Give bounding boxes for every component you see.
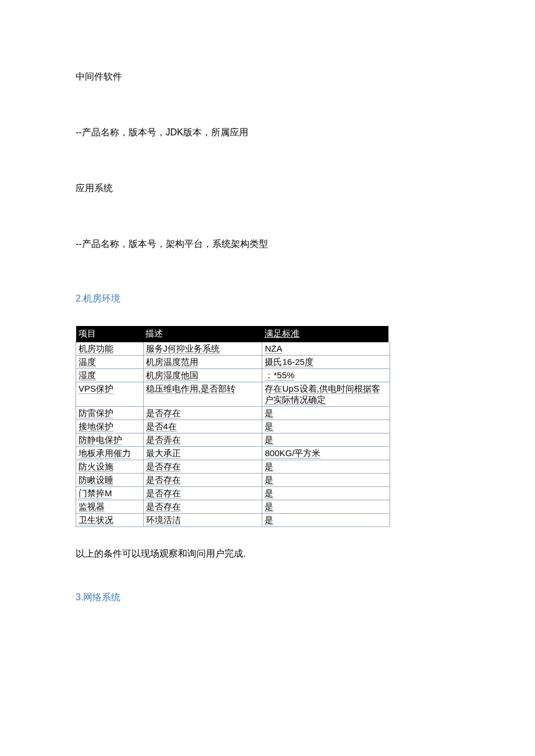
table-row: 监视器 是否存在 是	[76, 500, 390, 514]
table-header-row: 项目 描述 满足标准	[76, 326, 390, 342]
table-row: 温度 机房温度范用 摄氏16-25度	[76, 356, 390, 369]
cell-standard: 是	[262, 474, 390, 487]
table-row: 门禁捽M 是否存在 是	[76, 487, 390, 500]
cell-item: 监视器	[76, 500, 144, 514]
table-header-item: 项目	[76, 326, 144, 342]
cell-desc: 最大承正	[143, 447, 262, 460]
cell-standard: NZA	[262, 342, 390, 356]
cell-item: 门禁捽M	[76, 487, 144, 500]
cell-desc: 是否弄在	[143, 433, 262, 447]
paragraph-appsystem-detail: --产品名称，版本号，架构平台，系统架构类型	[76, 237, 459, 251]
cell-standard: 是	[262, 420, 390, 433]
cell-item: VPS保护	[76, 382, 144, 407]
cell-desc: 环境活洁	[143, 514, 262, 527]
table-row: 防火设施 是否存在 是	[76, 460, 390, 474]
cell-item: 防静电保护	[76, 433, 144, 447]
cell-item: 接地保护	[76, 420, 144, 433]
cell-desc: 是否存在	[143, 500, 262, 514]
cell-standard: 是	[262, 460, 390, 474]
cell-desc: 机房温度范用	[143, 356, 262, 369]
cell-standard: 是	[262, 500, 390, 514]
section-heading-network: 3.网络系统	[76, 592, 459, 604]
table-row: 接地保护 是否4在 是	[76, 420, 390, 433]
table-row: VPS保护 稳压维电作用,是否部转 存在UpS设着,供电时间根据客户实际情况确定	[76, 382, 390, 407]
table-row: 卫生状况 环境活洁 是	[76, 514, 390, 527]
table-row: 湿度 机房湿度他国 ：*55%	[76, 369, 390, 382]
paragraph-middleware: 中间件软件	[76, 70, 459, 84]
table-row: 机房功能 服务J何抑业务系统 NZA	[76, 342, 390, 356]
cell-desc: 是否存在	[143, 474, 262, 487]
cell-item: 卫生状况	[76, 514, 144, 527]
paragraph-note: 以上的条件可以现场观察和询问用户完成.	[76, 548, 459, 560]
table-header-standard: 满足标准	[262, 326, 390, 342]
table-row: 防静电保护 是否弄在 是	[76, 433, 390, 447]
cell-standard: 摄氏16-25度	[262, 356, 390, 369]
cell-desc: 是否存在	[143, 460, 262, 474]
cell-standard: 存在UpS设着,供电时间根据客户实际情况确定	[262, 382, 390, 407]
table-header-desc: 描述	[143, 326, 262, 342]
cell-item: 地板承用催力	[76, 447, 144, 460]
paragraph-middleware-detail: --产品名称，版本号，JDK版本，所属应用	[76, 126, 459, 139]
cell-standard: 是	[262, 514, 390, 527]
cell-desc: 是否4在	[143, 420, 262, 433]
cell-standard: 是	[262, 407, 390, 420]
cell-item: 防瞅设睡	[76, 474, 144, 487]
cell-item: 机房功能	[76, 342, 144, 356]
document-page: 中间件软件 --产品名称，版本号，JDK版本，所属应用 应用系统 --产品名称，…	[0, 0, 535, 671]
paragraph-appsystem: 应用系统	[76, 181, 459, 195]
cell-desc: 服务J何抑业务系统	[143, 342, 262, 356]
cell-item: 防火设施	[76, 460, 144, 474]
cell-desc: 是否存在	[143, 487, 262, 500]
table-row: 防雷保护 是否存在 是	[76, 407, 390, 420]
cell-desc: 机房湿度他国	[143, 369, 262, 382]
cell-item: 温度	[76, 356, 144, 369]
table-row: 防瞅设睡 是否存在 是	[76, 474, 390, 487]
table-row: 地板承用催力 最大承正 800KG/平方米	[76, 447, 390, 460]
cell-standard: 是	[262, 487, 390, 500]
cell-desc: 稳压维电作用,是否部转	[143, 382, 262, 407]
room-env-table: 项目 描述 满足标准 机房功能 服务J何抑业务系统 NZA 温度 机房温度范用 …	[76, 326, 391, 527]
cell-standard: ：*55%	[262, 369, 390, 382]
cell-desc: 是否存在	[143, 407, 262, 420]
section-heading-room-env: 2.机房环境	[76, 293, 459, 305]
cell-standard: 800KG/平方米	[262, 447, 390, 460]
cell-item: 防雷保护	[76, 407, 144, 420]
cell-item: 湿度	[76, 369, 144, 382]
cell-standard: 是	[262, 433, 390, 447]
